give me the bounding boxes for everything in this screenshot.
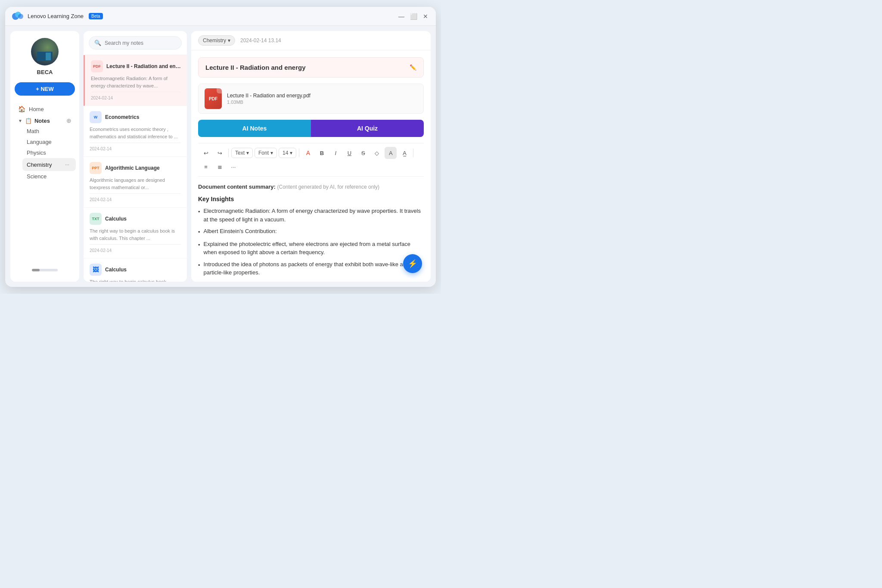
app-logo-icon xyxy=(12,10,24,22)
font-dropdown[interactable]: Font ▾ xyxy=(255,148,277,158)
storage-progress-fill xyxy=(32,269,40,271)
category-label: Chemistry xyxy=(203,37,226,44)
sidebar-item-math[interactable]: Math xyxy=(22,126,76,137)
font-label: Font xyxy=(258,150,269,156)
underline-button[interactable]: U xyxy=(343,147,355,159)
timestamp: 2024-02-14 13.14 xyxy=(240,37,281,44)
note-header-2: W Econometrics xyxy=(90,111,181,123)
sidebar-item-chemistry[interactable]: Chemistry ··· xyxy=(22,158,76,171)
ai-buttons: AI Notes AI Quiz xyxy=(198,120,424,137)
sidebar-footer xyxy=(10,265,79,275)
minimize-button[interactable]: — xyxy=(398,13,405,20)
insight-item-1: • Electromagnetic Radiation: A form of e… xyxy=(198,207,424,224)
bullet-4: • xyxy=(198,261,200,277)
key-insights-list: • Electromagnetic Radiation: A form of e… xyxy=(198,207,424,277)
strikethrough-button[interactable]: S xyxy=(357,147,369,159)
note-title-4: Calculus xyxy=(105,216,127,222)
pdf-attachment[interactable]: PDF Lecture II - Radiation and energy.pd… xyxy=(198,84,424,114)
note-title-3: Algorithmic Language xyxy=(105,165,160,171)
note-item-4[interactable]: TXT Calculus The right way to begin a ca… xyxy=(84,208,187,258)
note-item-3[interactable]: PPT Algorithmic Language Algorithmic lan… xyxy=(84,157,187,208)
list-ordered-button[interactable]: ≣ xyxy=(214,161,226,173)
insight-item-3: • Explained the photoelectric effect, wh… xyxy=(198,240,424,257)
note-header-4: TXT Calculus xyxy=(90,213,181,225)
note-item-5[interactable]: 🖼 Calculus The right way to begin calcul… xyxy=(84,258,187,282)
size-dropdown[interactable]: 14 ▾ xyxy=(279,148,296,158)
note-header-5: 🖼 Calculus xyxy=(90,264,181,276)
pdf-icon: PDF xyxy=(205,88,222,109)
category-badge[interactable]: Chemistry ▾ xyxy=(198,35,235,46)
note-badge-4: TXT xyxy=(90,213,102,225)
collapse-icon[interactable]: ▼ xyxy=(18,118,22,123)
font-dropdown-icon: ▾ xyxy=(270,150,273,156)
home-icon: 🏠 xyxy=(18,106,25,112)
maximize-button[interactable]: ⬜ xyxy=(410,13,417,20)
toolbar-sep-2 xyxy=(299,149,299,157)
redo-button[interactable]: ↪ xyxy=(214,147,226,159)
main-layout: BECA + NEW 🏠 Home ▼ 📋 Notes ⊕ xyxy=(5,26,436,287)
key-insights-section: Key Insights • Electromagnetic Radiation… xyxy=(198,196,424,277)
content-body: Lecture II - Radiation and energy ✏️ PDF… xyxy=(191,50,431,282)
note-preview-3: Algorithmic languages are designed toexp… xyxy=(90,177,181,191)
note-item-1[interactable]: PDF Lecture II - Radiation and ene... El… xyxy=(84,55,187,106)
undo-button[interactable]: ↩ xyxy=(200,147,212,159)
pdf-size: 1.03MB xyxy=(227,100,417,105)
note-date-4: 2024-02-14 xyxy=(90,244,181,253)
note-main-title: Lecture II - Radiation and energy xyxy=(205,64,306,71)
app-name: Lenovo Learning Zone xyxy=(28,13,84,19)
sidebar: BECA + NEW 🏠 Home ▼ 📋 Notes ⊕ xyxy=(10,31,79,282)
add-note-icon[interactable]: ⊕ xyxy=(66,117,71,124)
bullet-3: • xyxy=(198,241,200,257)
content-panel-wrapper: Chemistry ▾ 2024-02-14 13.14 Lecture II … xyxy=(191,31,431,282)
title-bar-logo: Lenovo Learning Zone Beta xyxy=(12,10,398,22)
bullet-2: • xyxy=(198,228,200,236)
sidebar-item-language[interactable]: Language xyxy=(22,137,76,147)
note-title-5: Calculus xyxy=(105,267,127,273)
sidebar-item-science[interactable]: Science xyxy=(22,171,76,182)
text-label: Text xyxy=(235,150,245,156)
toolbar-sep-1 xyxy=(228,149,229,157)
notes-icon: 📋 xyxy=(25,118,32,124)
font-color-button[interactable]: A xyxy=(302,147,314,159)
summary-section: Document content summary: (Content gener… xyxy=(198,183,424,190)
note-title-section: Lecture II - Radiation and energy ✏️ xyxy=(198,57,424,78)
toolbar: ↩ ↪ Text ▾ Font ▾ 14 ▾ xyxy=(198,143,424,177)
search-box[interactable]: 🔍 xyxy=(89,36,182,50)
highlight-button[interactable]: A xyxy=(385,147,397,159)
note-badge-1: PDF xyxy=(91,60,103,72)
ai-quiz-button[interactable]: AI Quiz xyxy=(311,120,424,137)
pdf-info: Lecture II - Radiation and energy.pdf 1.… xyxy=(227,93,417,105)
search-input[interactable] xyxy=(105,40,176,46)
note-item-2[interactable]: W Econometrics Econometrics uses economi… xyxy=(84,106,187,157)
clear-format-button[interactable]: ◇ xyxy=(371,147,383,159)
content-panel: Chemistry ▾ 2024-02-14 13.14 Lecture II … xyxy=(191,31,431,282)
more-options-icon[interactable]: ··· xyxy=(63,160,71,169)
notes-section-header: ▼ 📋 Notes ⊕ xyxy=(14,115,76,126)
note-badge-3: PPT xyxy=(90,162,102,174)
ai-notes-button[interactable]: AI Notes xyxy=(198,120,311,137)
new-button[interactable]: + NEW xyxy=(15,82,75,96)
fab-icon: ⚡ xyxy=(408,259,417,268)
storage-progress xyxy=(32,269,58,271)
edit-icon[interactable]: ✏️ xyxy=(410,64,416,71)
sidebar-item-physics[interactable]: Physics xyxy=(22,147,76,158)
text-color-button[interactable]: A̲ xyxy=(398,147,410,159)
sidebar-item-home[interactable]: 🏠 Home xyxy=(14,103,76,115)
list-unordered-button[interactable]: ≡ xyxy=(200,161,212,173)
avatar-book-decoration xyxy=(37,52,53,61)
fab-button[interactable]: ⚡ xyxy=(403,254,422,273)
insight-item-2: • Albert Einstein's Contribution: xyxy=(198,227,424,236)
font-size: 14 xyxy=(283,150,288,156)
notes-section-label[interactable]: ▼ 📋 Notes xyxy=(18,118,50,124)
bold-button[interactable]: B xyxy=(316,147,328,159)
note-header-3: PPT Algorithmic Language xyxy=(90,162,181,174)
italic-button[interactable]: I xyxy=(329,147,342,159)
search-icon: 🔍 xyxy=(94,40,101,46)
text-dropdown[interactable]: Text ▾ xyxy=(231,148,253,158)
toolbar-sep-3 xyxy=(413,149,413,157)
note-title-1: Lecture II - Radiation and ene... xyxy=(106,63,181,69)
more-options-button[interactable]: ··· xyxy=(227,161,239,173)
title-bar: Lenovo Learning Zone Beta — ⬜ ✕ xyxy=(5,7,436,26)
note-date-1: 2024-02-14 xyxy=(91,92,181,100)
close-button[interactable]: ✕ xyxy=(422,13,429,20)
